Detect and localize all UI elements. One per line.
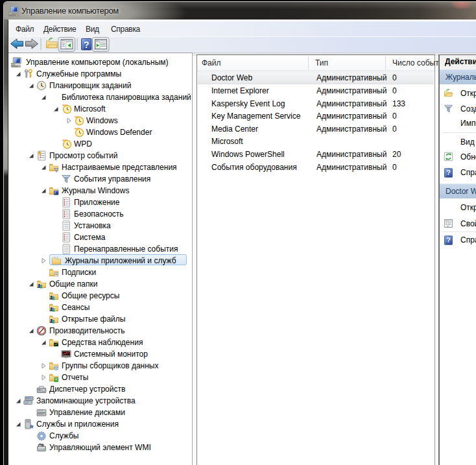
svg-text:?: ? — [84, 40, 89, 50]
